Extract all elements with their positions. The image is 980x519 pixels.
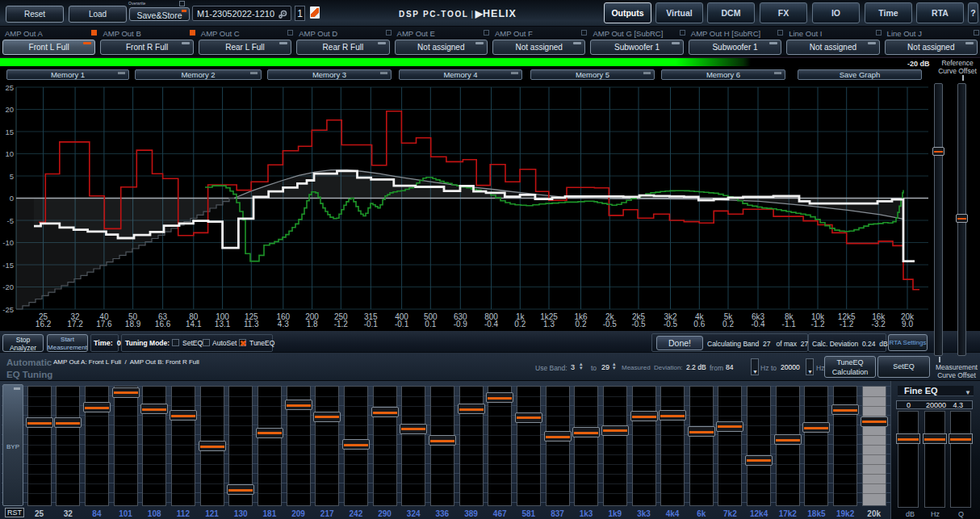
svg-text:10: 10 (5, 149, 14, 158)
svg-text:9.0: 9.0 (902, 320, 913, 329)
svg-text:-1.2: -1.2 (810, 320, 825, 329)
svg-text:-5: -5 (7, 216, 14, 225)
svg-text:11.3: 11.3 (244, 320, 259, 329)
svg-text:-0.5: -0.5 (664, 320, 678, 329)
svg-text:-0.9: -0.9 (454, 320, 468, 329)
svg-text:-1.2: -1.2 (334, 320, 349, 329)
svg-text:16.2: 16.2 (36, 320, 52, 329)
svg-text:-20: -20 (2, 283, 14, 291)
svg-text:-0.1: -0.1 (364, 320, 379, 329)
svg-text:1.3: 1.3 (543, 320, 555, 329)
svg-text:-25: -25 (2, 305, 14, 314)
svg-text:20: 20 (5, 105, 14, 114)
svg-text:-1.1: -1.1 (782, 320, 797, 329)
svg-text:16.6: 16.6 (155, 320, 171, 329)
svg-text:13.1: 13.1 (215, 320, 231, 329)
svg-text:0.2: 0.2 (722, 320, 734, 329)
svg-text:-15: -15 (2, 261, 14, 270)
svg-text:17.2: 17.2 (67, 320, 83, 329)
svg-text:0.2: 0.2 (576, 320, 587, 329)
svg-text:0.6: 0.6 (693, 320, 705, 329)
svg-text:15: 15 (5, 128, 14, 136)
svg-text:5: 5 (10, 172, 14, 181)
svg-text:18.9: 18.9 (125, 320, 141, 329)
svg-text:1.8: 1.8 (307, 320, 318, 329)
svg-text:4.3: 4.3 (278, 320, 289, 329)
svg-text:0: 0 (10, 194, 14, 203)
svg-text:-0.5: -0.5 (631, 320, 646, 329)
svg-text:17.6: 17.6 (96, 320, 112, 329)
svg-text:-10: -10 (2, 238, 14, 247)
svg-text:-0.4: -0.4 (751, 320, 765, 329)
svg-text:0.1: 0.1 (425, 320, 436, 329)
svg-text:-0.4: -0.4 (484, 320, 499, 329)
svg-text:-0.5: -0.5 (603, 320, 618, 329)
svg-text:-1.2: -1.2 (840, 320, 854, 329)
svg-text:0.2: 0.2 (514, 320, 526, 329)
svg-text:-3.2: -3.2 (872, 320, 886, 329)
svg-text:-0.1: -0.1 (395, 320, 409, 329)
svg-text:25: 25 (5, 83, 14, 92)
svg-text:14.1: 14.1 (186, 320, 202, 329)
